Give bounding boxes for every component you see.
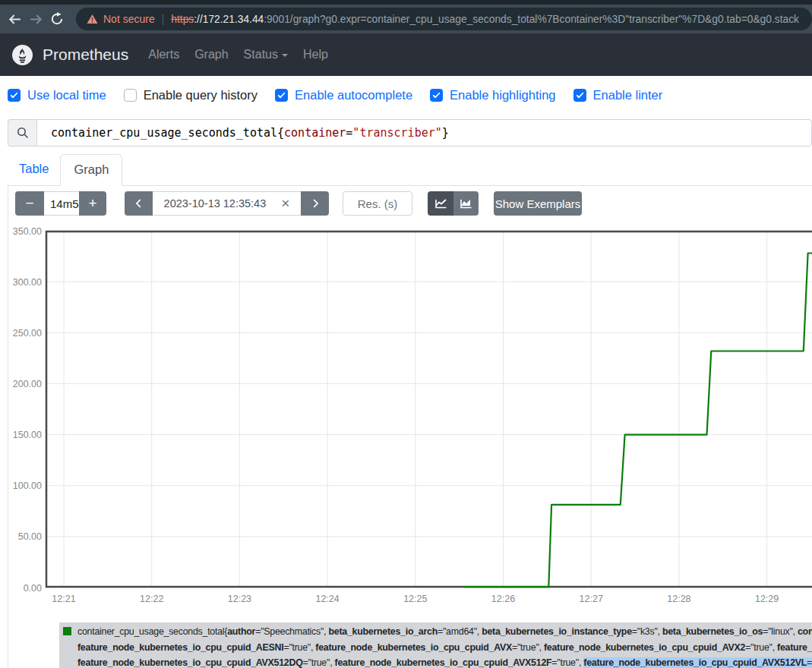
range-input[interactable]: 14m58s (44, 191, 79, 216)
option-enable-autocomplete: Enable autocomplete (275, 88, 412, 102)
nav-item-alerts[interactable]: Alerts (141, 48, 187, 61)
y-tick-label: 150.00 (13, 430, 42, 440)
url-path: :9001/graph?g0.expr=container_cpu_usage_… (264, 14, 799, 25)
checkbox-checked[interactable] (430, 89, 443, 102)
search-icon (17, 127, 29, 139)
option-label[interactable]: Enable autocomplete (295, 88, 412, 102)
y-tick-label: 300.00 (13, 277, 42, 288)
query-input[interactable]: container_cpu_usage_seconds_total{contai… (36, 119, 812, 147)
checkbox-checked[interactable] (573, 89, 586, 102)
x-tick-label: 12:26 (491, 594, 515, 604)
decrease-range-button[interactable]: − (15, 191, 44, 216)
option-label[interactable]: Enable highlighting (450, 88, 555, 102)
prometheus-navbar: Prometheus AlertsGraphStatusHelp (0, 33, 812, 76)
back-button[interactable] (4, 11, 25, 27)
forward-button[interactable] (25, 11, 46, 27)
query-metric: container_cpu_usage_seconds_total (51, 126, 277, 140)
query-equals: = (346, 126, 352, 140)
check-icon (277, 91, 286, 99)
y-tick-label: 200.00 (13, 379, 42, 389)
checkbox-checked[interactable] (275, 89, 288, 102)
brand-title[interactable]: Prometheus (43, 46, 128, 64)
x-tick-label: 12:29 (755, 594, 779, 604)
prometheus-logo[interactable] (12, 45, 33, 65)
x-tick-label: 12:21 (52, 594, 75, 604)
query-brace-close: } (442, 126, 449, 140)
legend-line: feature_node_kubernetes_io_cpu_cpuid_AVX… (63, 655, 812, 668)
reload-button[interactable] (46, 11, 68, 27)
x-tick-label: 12:23 (228, 594, 251, 604)
nav-links: AlertsGraphStatusHelp (141, 48, 336, 61)
url-host: ://172.21.34.44 (194, 14, 264, 25)
nav-item-graph[interactable]: Graph (187, 48, 235, 61)
check-icon (576, 91, 584, 99)
option-enable-linter: Enable linter (573, 88, 663, 102)
y-tick-label: 350.00 (13, 226, 42, 237)
option-enable-query-history: Enable query history (124, 88, 258, 102)
x-tick-label: 12:28 (667, 594, 690, 604)
query-bar: container_cpu_usage_seconds_total{contai… (8, 119, 812, 147)
option-label[interactable]: Enable linter (593, 88, 663, 102)
caret-down-icon (282, 54, 288, 57)
datetime-value: 2023-10-13 12:35:43 (164, 197, 267, 210)
chevron-left-icon (134, 198, 144, 209)
check-icon (432, 91, 441, 99)
nav-item-status[interactable]: Status (236, 48, 295, 61)
resolution-placeholder: Res. (s) (358, 197, 398, 210)
stacked-chart-toggle[interactable] (453, 191, 479, 216)
back-time-button[interactable] (125, 191, 153, 216)
query-label-name: container (284, 126, 346, 140)
address-bar[interactable]: Not secure | https://172.21.34.44:9001/g… (76, 8, 812, 30)
y-tick-label: 100.00 (13, 481, 42, 491)
x-tick-label: 12:25 (403, 594, 427, 604)
forward-time-button[interactable] (301, 191, 329, 216)
clear-datetime-icon[interactable]: × (281, 195, 289, 212)
legend-swatch[interactable] (63, 627, 71, 635)
resolution-input[interactable]: Res. (s) (343, 191, 412, 216)
panel-tabs: Table Graph (8, 154, 812, 186)
reload-icon (49, 11, 65, 27)
show-exemplars-button[interactable]: Show Exemplars (494, 191, 582, 216)
option-enable-highlighting: Enable highlighting (430, 88, 555, 102)
forward-arrow-icon (28, 11, 44, 27)
y-tick-label: 50.00 (18, 531, 42, 542)
line-chart-toggle[interactable] (428, 191, 453, 216)
legend-line: feature_node_kubernetes_io_cpu_cpuid_AES… (63, 640, 812, 656)
y-tick-label: 0.00 (24, 583, 42, 594)
checkbox-unchecked[interactable] (124, 89, 137, 102)
query-label-value: "transcriber" (352, 126, 441, 140)
y-tick-label: 250.00 (13, 328, 42, 339)
torch-icon (14, 46, 31, 64)
tab-graph[interactable]: Graph (60, 154, 122, 186)
tab-table[interactable]: Table (8, 154, 60, 185)
x-tick-label: 12:24 (315, 594, 339, 604)
datetime-input[interactable]: 2023-10-13 12:35:43 × (153, 191, 301, 216)
selected-text: feature_node_kubernetes_io_cpu_cpuid_AVX… (583, 657, 812, 668)
x-tick-label: 12:22 (140, 594, 163, 604)
x-tick-label: 12:27 (580, 594, 603, 604)
url-scheme: https (171, 14, 194, 25)
check-icon (10, 91, 18, 99)
search-icon-addon (8, 119, 36, 147)
chevron-right-icon (310, 198, 321, 209)
time-series-chart[interactable]: 0.0050.00100.00150.00200.00250.00300.003… (0, 220, 812, 609)
nav-item-help[interactable]: Help (295, 48, 336, 61)
checkbox-checked[interactable] (8, 89, 21, 102)
stacked-chart-icon (460, 197, 472, 210)
chart-legend[interactable]: container_cpu_usage_seconds_total{author… (59, 622, 812, 668)
browser-toolbar: Not secure | https://172.21.34.44:9001/g… (0, 5, 812, 33)
options-row: Use local timeEnable query historyEnable… (8, 86, 680, 104)
line-chart-icon (434, 197, 447, 210)
warning-icon (87, 14, 98, 24)
option-use-local-time: Use local time (8, 88, 106, 102)
address-divider: | (162, 14, 165, 25)
option-label[interactable]: Enable query history (144, 88, 258, 102)
option-label[interactable]: Use local time (27, 88, 106, 102)
graph-controls: − 14m58s + 2023-10-13 12:35:43 × Res. (s… (15, 191, 582, 216)
browser-chrome: Not secure | https://172.21.34.44:9001/g… (0, 0, 812, 33)
increase-range-button[interactable]: + (79, 191, 106, 216)
query-brace-open: { (277, 126, 284, 140)
legend-line: container_cpu_usage_seconds_total{author… (63, 624, 812, 640)
plot-border (46, 232, 812, 587)
back-arrow-icon (7, 11, 23, 27)
